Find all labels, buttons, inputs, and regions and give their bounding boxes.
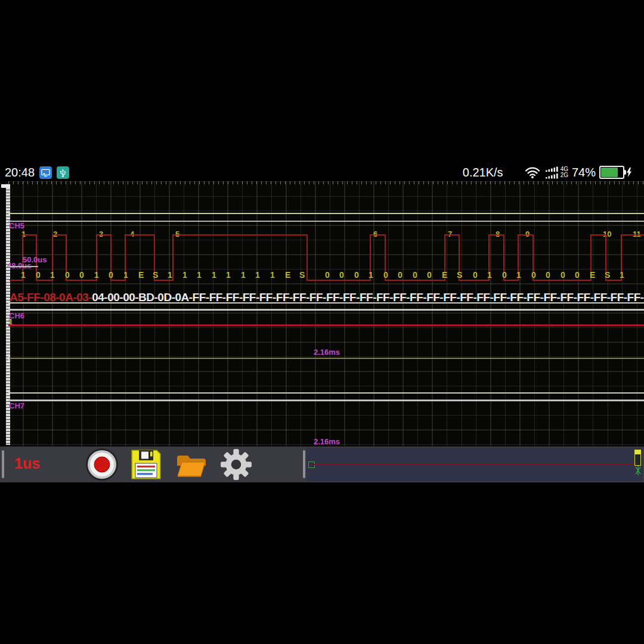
- bit-label: 0: [383, 270, 388, 280]
- timebase-button[interactable]: 1us: [14, 455, 40, 472]
- ch6-measure-line: [10, 358, 644, 359]
- ch7-label: CH7: [9, 401, 24, 410]
- bit-label: 1: [123, 270, 128, 280]
- battery-icon: [599, 166, 632, 179]
- toolbar-middle-divider: [303, 450, 305, 478]
- bit-label: E: [442, 270, 447, 280]
- record-button[interactable]: [85, 448, 119, 481]
- bit-label: S: [153, 270, 158, 280]
- charging-bolt-icon: [626, 168, 632, 177]
- ch5-waveform: [0, 181, 644, 446]
- bit-label: 0: [79, 270, 84, 280]
- bit-label: 1: [197, 270, 202, 280]
- bit-label: 0: [427, 270, 432, 280]
- bit-label: 1: [255, 270, 260, 280]
- bottom-toolbar: 1us: [0, 446, 644, 482]
- slider-track-line: [311, 464, 636, 465]
- hex-bytes-highlighted: A5-FF-08-0A-03-: [10, 291, 92, 304]
- slider-end-marker-icon: [634, 466, 642, 475]
- bit-label: 1: [226, 270, 231, 280]
- save-button[interactable]: [129, 448, 163, 481]
- ch7-period-label: 2.16ms: [314, 437, 340, 446]
- wifi-icon: [525, 166, 540, 179]
- bit-label: 0: [413, 270, 417, 280]
- bit-label: 1: [516, 270, 521, 280]
- status-bar: 20:48 0.21K/s: [0, 163, 644, 181]
- cellular-signal-icon: [545, 166, 559, 179]
- screen-cast-icon: [39, 166, 52, 179]
- status-right-group: 0.21K/s: [463, 166, 632, 179]
- bit-label: 1: [94, 270, 99, 280]
- bit-label: S: [299, 270, 305, 280]
- slider-handle[interactable]: [634, 450, 641, 466]
- bit-label: E: [285, 270, 290, 280]
- bit-label: 0: [531, 270, 536, 280]
- battery-percent: 74%: [572, 166, 596, 179]
- bit-label: 0: [502, 270, 507, 280]
- bit-label: 1: [620, 270, 624, 280]
- bit-label: E: [590, 270, 595, 280]
- capture-overview-slider[interactable]: [306, 448, 643, 481]
- bit-label: 1: [270, 270, 275, 280]
- open-file-button[interactable]: [175, 448, 208, 481]
- ch6-signal-line: [8, 324, 644, 326]
- ch7-separator-top: [8, 392, 644, 394]
- bit-label: 1: [168, 270, 172, 280]
- bit-label: 0: [561, 270, 565, 280]
- sim-type-labels: 4G 2G: [561, 166, 568, 178]
- open-folder-icon: [175, 450, 208, 479]
- decoded-bit-row: 10100101ES11111111ES00010000ES01010000ES…: [0, 270, 644, 280]
- bit-label: 1: [21, 270, 26, 280]
- ch6-period-label: 2.16ms: [314, 348, 340, 357]
- bit-label: E: [138, 270, 144, 280]
- waveform-canvas[interactable]: CH5 1234567891011 10100101ES11111111ES00…: [0, 181, 644, 446]
- bit-label: S: [457, 270, 462, 280]
- settings-button[interactable]: [219, 448, 253, 481]
- ch6-separator-bottom: [8, 309, 644, 311]
- network-speed: 0.21K/s: [463, 166, 503, 179]
- bit-label: 1: [182, 270, 187, 280]
- bit-label: 0: [575, 270, 580, 280]
- bit-label: 1: [50, 270, 55, 280]
- bit-label: S: [605, 270, 610, 280]
- phone-screen: 20:48 0.21K/s: [0, 0, 644, 644]
- bit-label: 1: [369, 270, 373, 280]
- sim2-type: 2G: [561, 172, 568, 178]
- record-icon: [85, 448, 119, 481]
- bit-label: 0: [36, 270, 41, 280]
- bit-label: 0: [109, 270, 113, 280]
- ch5-measure-bar: [8, 266, 38, 267]
- bit-label: 0: [473, 270, 478, 280]
- bit-label: 0: [325, 270, 330, 280]
- ch6-separator-top: [8, 302, 644, 304]
- usb-icon: [57, 166, 69, 179]
- clock: 20:48: [5, 166, 35, 179]
- gear-icon: [219, 448, 253, 481]
- bit-label: 1: [487, 270, 492, 280]
- ch7-separator-bottom: [8, 400, 644, 401]
- toolbar-left-divider: [2, 450, 4, 478]
- bit-label: 0: [65, 270, 70, 280]
- floppy-disk-icon: [129, 448, 163, 481]
- bit-label: 0: [546, 270, 550, 280]
- hex-bytes: 04-00-00-BD-0D-0A-FF-FF-FF-FF-FF-FF-FF-F…: [92, 291, 644, 304]
- bit-label: 0: [354, 270, 359, 280]
- bit-label: 0: [339, 270, 344, 280]
- bit-label: 1: [212, 270, 216, 280]
- bit-label: 0: [398, 270, 402, 280]
- bit-label: 1: [241, 270, 246, 280]
